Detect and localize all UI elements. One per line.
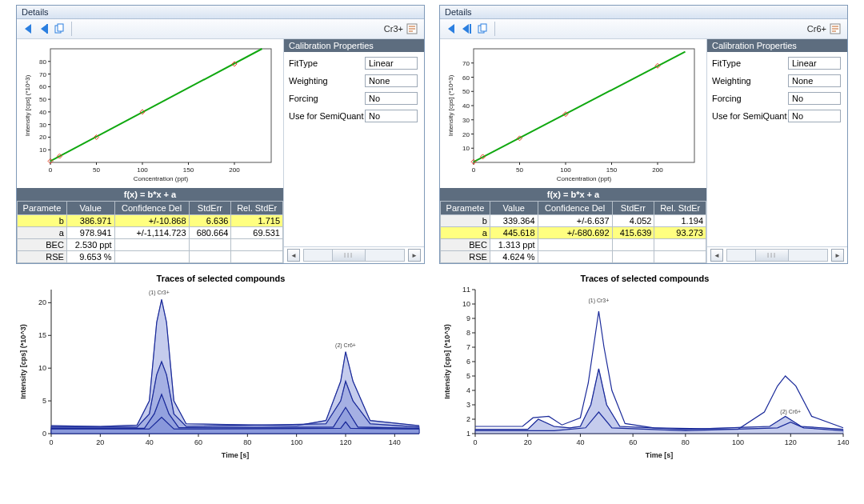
weighting-value[interactable]: None xyxy=(788,74,841,87)
bottom-row: Traces of selected compounds 02040608010… xyxy=(0,269,864,466)
svg-text:60: 60 xyxy=(194,438,202,446)
scroll-track[interactable]: ׀׀׀ xyxy=(726,249,828,262)
calibration-chart: 0501001502001020304050607080Concentratio… xyxy=(17,39,283,188)
svg-text:4: 4 xyxy=(466,386,470,394)
svg-text:60: 60 xyxy=(629,438,637,446)
forcing-value[interactable]: No xyxy=(788,92,841,105)
svg-text:15: 15 xyxy=(38,331,46,339)
svg-text:20: 20 xyxy=(96,438,104,446)
scroll-track[interactable]: ׀׀׀ xyxy=(303,249,405,262)
svg-text:Time [s]: Time [s] xyxy=(222,451,249,459)
svg-text:140: 140 xyxy=(837,438,849,446)
details-panel-right: Details Cr6+ 05010015020010203040506070C… xyxy=(439,5,848,264)
svg-rect-35 xyxy=(481,24,486,31)
h-scrollbar[interactable]: ◄ ׀׀׀ ► xyxy=(707,246,847,263)
svg-text:40: 40 xyxy=(462,102,470,110)
svg-text:140: 140 xyxy=(389,438,401,446)
svg-text:70: 70 xyxy=(39,71,46,78)
svg-text:150: 150 xyxy=(606,166,618,174)
svg-text:Intensity [cps] (*10^3): Intensity [cps] (*10^3) xyxy=(19,324,27,398)
fittype-label: FitType xyxy=(289,58,365,68)
svg-text:0: 0 xyxy=(42,430,46,438)
panel-toolbar: Cr3+ xyxy=(17,19,424,39)
toolbar-separator xyxy=(71,22,72,36)
forcing-value[interactable]: No xyxy=(365,92,418,105)
weighting-value[interactable]: None xyxy=(365,74,418,87)
cal-props: FitTypeLinear WeightingNone ForcingNo Us… xyxy=(284,52,424,246)
weighting-label: Weighting xyxy=(289,76,365,86)
semiquant-label: Use for SemiQuant xyxy=(712,111,788,121)
parameter-table: ParameteValueConfidence DelStdErrRel. St… xyxy=(440,201,706,263)
svg-text:70: 70 xyxy=(462,60,470,67)
calibration-chart: 05010015020010203040506070Concentration … xyxy=(440,39,706,188)
details-panel-left: Details Cr3+ 050100150200102030405060708… xyxy=(16,5,425,264)
svg-text:50: 50 xyxy=(39,96,46,103)
compound-label: Cr3+ xyxy=(384,24,403,34)
next-icon[interactable] xyxy=(36,22,50,36)
svg-text:11: 11 xyxy=(462,286,470,294)
svg-text:(1) Cr3+: (1) Cr3+ xyxy=(149,290,170,296)
properties-icon[interactable] xyxy=(828,22,842,36)
svg-text:200: 200 xyxy=(652,166,663,174)
svg-text:6: 6 xyxy=(466,358,470,366)
svg-text:2: 2 xyxy=(466,415,470,423)
scroll-right-icon[interactable]: ► xyxy=(831,249,844,262)
svg-text:50: 50 xyxy=(516,166,523,174)
svg-text:40: 40 xyxy=(39,109,46,116)
panel-title: Details xyxy=(440,6,847,19)
svg-text:120: 120 xyxy=(785,438,797,446)
svg-text:Intensity [cps] (*10^3): Intensity [cps] (*10^3) xyxy=(24,74,31,136)
svg-text:200: 200 xyxy=(229,166,240,174)
scroll-left-icon[interactable]: ◄ xyxy=(287,249,300,262)
forcing-label: Forcing xyxy=(712,94,788,103)
svg-text:7: 7 xyxy=(466,343,470,351)
svg-text:50: 50 xyxy=(93,166,100,174)
fittype-value[interactable]: Linear xyxy=(365,57,418,70)
svg-text:40: 40 xyxy=(146,438,154,446)
weighting-label: Weighting xyxy=(712,76,788,86)
svg-text:20: 20 xyxy=(38,298,46,306)
svg-text:Time [s]: Time [s] xyxy=(646,451,673,459)
first-icon[interactable] xyxy=(20,22,34,36)
trace-chart: 0204060801001201401234567891011Time [s]I… xyxy=(440,285,850,461)
svg-text:120: 120 xyxy=(339,438,351,446)
svg-text:10: 10 xyxy=(462,145,470,152)
svg-text:20: 20 xyxy=(39,134,46,141)
svg-text:5: 5 xyxy=(42,397,46,405)
svg-rect-33 xyxy=(470,24,471,34)
svg-text:50: 50 xyxy=(462,88,470,95)
svg-text:80: 80 xyxy=(682,438,690,446)
svg-text:10: 10 xyxy=(39,146,46,154)
first-icon[interactable] xyxy=(443,22,458,36)
next-icon[interactable] xyxy=(459,22,474,36)
properties-icon[interactable] xyxy=(405,22,419,36)
svg-text:100: 100 xyxy=(290,438,302,446)
scroll-thumb[interactable]: ׀׀׀ xyxy=(332,250,366,261)
panel-title: Details xyxy=(17,6,424,19)
svg-text:100: 100 xyxy=(137,166,148,174)
svg-text:40: 40 xyxy=(576,438,584,446)
fittype-value[interactable]: Linear xyxy=(788,57,841,70)
equation-bar: f(x) = b*x + a xyxy=(17,188,283,201)
forcing-label: Forcing xyxy=(289,94,365,103)
top-row: Details Cr3+ 050100150200102030405060708… xyxy=(0,0,864,269)
svg-text:5: 5 xyxy=(466,372,470,380)
copy-icon[interactable] xyxy=(475,22,490,36)
parameter-table: ParameteValueConfidence DelStdErrRel. St… xyxy=(17,201,283,263)
scroll-thumb[interactable]: ׀׀׀ xyxy=(755,250,789,261)
h-scrollbar[interactable]: ◄ ׀׀׀ ► xyxy=(284,246,424,263)
cal-props-title: Calibration Properties xyxy=(284,39,424,52)
svg-text:(2) Cr6+: (2) Cr6+ xyxy=(335,342,356,349)
semiquant-value[interactable]: No xyxy=(365,110,418,122)
svg-text:0: 0 xyxy=(472,166,476,174)
scroll-right-icon[interactable]: ► xyxy=(408,249,421,262)
svg-text:1: 1 xyxy=(466,430,470,438)
cal-props: FitTypeLinear WeightingNone ForcingNo Us… xyxy=(707,52,847,246)
svg-text:10: 10 xyxy=(462,300,470,308)
svg-text:8: 8 xyxy=(466,329,470,337)
copy-icon[interactable] xyxy=(52,22,66,36)
semiquant-value[interactable]: No xyxy=(788,110,841,122)
svg-text:20: 20 xyxy=(462,131,470,138)
scroll-left-icon[interactable]: ◄ xyxy=(710,249,723,262)
panel-toolbar: Cr6+ xyxy=(440,19,847,39)
